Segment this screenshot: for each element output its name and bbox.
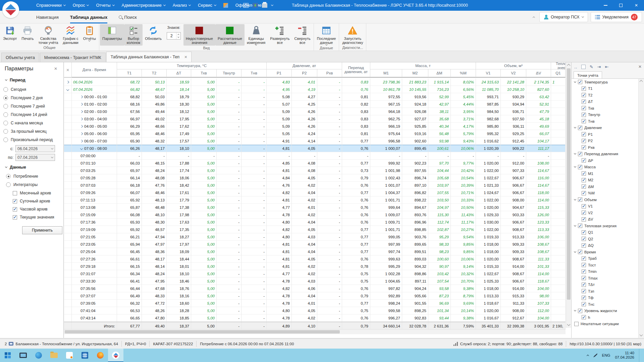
tree-item-перепаддавления[interactable]: Перепад давления (572, 151, 639, 158)
table-vscrollbar[interactable] (566, 62, 571, 328)
checkbox-icon[interactable] (582, 145, 586, 149)
chevron-down-icon[interactable] (574, 152, 576, 155)
app-logo-icon[interactable] (2, 1, 19, 18)
checkbox-icon[interactable] (582, 296, 586, 300)
column-header-dv[interactable]: ΔV (526, 69, 551, 77)
checkbox-icon[interactable] (582, 243, 586, 248)
radio-icon[interactable] (3, 112, 8, 117)
checkbox-icon[interactable] (578, 165, 582, 169)
tree-item-траб[interactable]: Траб (572, 255, 639, 262)
tree-item-нештатныеситуации[interactable]: Нештатные ситуации (572, 321, 639, 327)
table-row[interactable]: 07:43:1466,6547,8018,855,00--4,784,02-0,… (64, 314, 566, 322)
column-header-m1[interactable]: М1 (370, 69, 402, 77)
row-expander-cell[interactable] (64, 292, 72, 300)
checkbox-icon[interactable] (582, 276, 586, 280)
checkbox-icon[interactable] (578, 152, 582, 156)
row-expander-cell[interactable] (64, 204, 72, 211)
column-header-tnv[interactable]: Тнв (241, 69, 267, 77)
data-section-header[interactable]: Данные (5, 165, 26, 170)
maximize-button[interactable] (613, 0, 629, 11)
row-expander-cell[interactable] (64, 226, 72, 233)
checkbox-icon[interactable] (582, 132, 586, 136)
archive-checkbox-3[interactable]: Часовой архив (13, 206, 48, 212)
row-expander-cell[interactable] (64, 307, 72, 314)
table-row[interactable]: 07:41:0466,5348,2618,285,00--4,804,05-0,… (64, 307, 566, 314)
table-row[interactable]: 07:00 - 08:0066,2648,1718,105,00--4,814,… (64, 145, 566, 152)
tree-item-v1[interactable]: V1 (572, 203, 639, 210)
archive-checkbox-4[interactable]: Текущие значения (13, 214, 54, 220)
ribbon-button-свернуть-все[interactable]: Свернуть все (292, 24, 313, 46)
row-expander-cell[interactable] (64, 182, 72, 189)
row-expander-cell[interactable] (64, 93, 72, 101)
period-option-6[interactable]: За прошлый месяц (3, 128, 47, 134)
chevron-down-icon[interactable] (574, 165, 576, 168)
table-row[interactable]: 07:39:0566,3247,7218,605,00--4,784,01-0,… (64, 300, 566, 307)
checkbox-icon[interactable] (582, 171, 586, 176)
taskbar-r-app-icon[interactable] (62, 349, 77, 362)
taskbar-start-icon[interactable] (0, 349, 15, 362)
column-header-m2[interactable]: М2 (402, 69, 428, 77)
taskbar-folder-icon[interactable] (46, 349, 62, 362)
column-header-date[interactable]: Дата - Время (72, 62, 117, 77)
row-expander-cell[interactable] (64, 211, 72, 219)
table-row[interactable]: 07:31:0766,3448,2418,105,00--4,774,02-0,… (64, 270, 566, 278)
expander-column-header[interactable]: ✕ (64, 62, 72, 78)
radio-icon[interactable] (3, 137, 8, 142)
column-header-p1[interactable]: P1 (267, 69, 292, 77)
ribbon-button-запустить-диагностику[interactable]: Запустить диагностику (340, 24, 365, 45)
edit-icon[interactable]: ✎ (590, 64, 593, 69)
table-row[interactable]: 01:00 - 02:0068,1649,8618,305,00--5,074,… (64, 101, 566, 108)
chevron-down-icon[interactable] (574, 309, 576, 311)
period-option-4[interactable]: Последние 14 дней (3, 112, 47, 118)
table-row[interactable]: 07:13:0865,8748,4817,385,00--4,774,01-0,… (64, 204, 566, 211)
menu-item-3[interactable]: Отчеты (96, 3, 114, 8)
tree-item-твнутр[interactable]: Твнутр (572, 112, 639, 118)
menu-item-5[interactable]: Анализ (173, 3, 191, 8)
ribbon-button-последние-данные[interactable]: Последние данные (315, 24, 338, 46)
dock-icon[interactable]: ‥ (574, 64, 577, 69)
tree-item-тф[interactable]: Тф (572, 295, 639, 301)
row-expander-cell[interactable] (64, 167, 72, 174)
tree-item-δv[interactable]: ΔV (572, 216, 639, 223)
checkbox-icon[interactable] (582, 269, 586, 274)
column-header-v2[interactable]: V2 (501, 69, 526, 77)
tree-item-q2[interactable]: Q2 (572, 236, 639, 242)
row-expander-cell[interactable] (64, 241, 72, 248)
menu-item-2[interactable]: Опрос (73, 3, 89, 8)
checkbox-icon[interactable] (582, 230, 586, 235)
column-group-header[interactable]: Объем, м³ (476, 62, 551, 69)
tree-item-q1[interactable]: Q1 (572, 229, 639, 236)
menu-item-4[interactable]: Администрирование (122, 3, 165, 8)
column-header-pm[interactable]: %М (451, 69, 476, 77)
tree-item-h[interactable]: h (572, 314, 639, 321)
checkbox-icon[interactable] (582, 217, 586, 222)
checkbox-icon[interactable] (13, 191, 17, 195)
period-option-7[interactable]: Произвольный период (3, 137, 53, 143)
checkbox-icon[interactable] (582, 237, 586, 241)
checkbox-icon[interactable] (578, 224, 582, 228)
ribbon-button-выбор-колонок[interactable]: Выбор колонок (124, 24, 143, 46)
tree-item-tmax[interactable]: Tmax (572, 275, 639, 282)
tree-item-m2[interactable]: M2 (572, 177, 639, 184)
row-expander-cell[interactable] (64, 278, 72, 285)
archive-checkbox-2[interactable]: Суточный архив (13, 198, 50, 204)
checkbox-icon[interactable] (574, 322, 579, 326)
tree-item-δm[interactable]: ΔM (572, 183, 639, 190)
table-row[interactable]: 07:05:2866,1448,0818,065,00--4,844,05-0,… (64, 174, 566, 182)
checkbox-icon[interactable] (582, 93, 586, 97)
tree-item-уровеньжидкости[interactable]: Уровень жидкости (572, 308, 639, 314)
ribbon-button-печать[interactable]: Печать (19, 24, 36, 45)
date-from-field[interactable]: 06.04.2026 (15, 145, 55, 152)
column-header-v1[interactable]: V1 (476, 69, 501, 77)
table-row[interactable]: 05:00 - 06:0065,9548,4617,495,00--5,054,… (64, 130, 566, 137)
checkbox-icon[interactable] (582, 178, 586, 182)
column-header-dp[interactable]: Перепад давления, ат (342, 62, 370, 77)
spinner-arrows-icon[interactable] (176, 33, 180, 39)
checkbox-icon[interactable] (582, 158, 586, 163)
tree-item-tmin[interactable]: Tmin (572, 268, 639, 275)
checkbox-icon[interactable] (582, 113, 586, 117)
minimize-button[interactable] (598, 0, 613, 11)
checkbox-icon[interactable] (582, 119, 586, 123)
radio-icon[interactable] (3, 87, 8, 92)
table-row[interactable]: 07:23:0565,9447,9717,975,00--4,814,04-0,… (64, 241, 566, 248)
